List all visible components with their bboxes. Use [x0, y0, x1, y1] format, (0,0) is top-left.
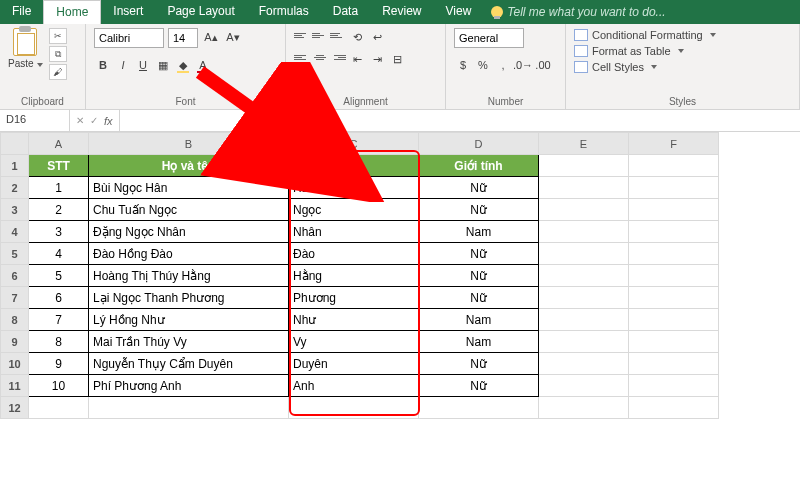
align-middle-button[interactable] [312, 28, 328, 42]
row-header[interactable]: 11 [1, 375, 29, 397]
cell[interactable] [539, 287, 629, 309]
name-box[interactable]: D16 [0, 110, 70, 131]
cell[interactable]: 7 [29, 309, 89, 331]
row-header[interactable]: 10 [1, 353, 29, 375]
decrease-indent-button[interactable]: ⇤ [348, 50, 366, 68]
cell[interactable]: 4 [29, 243, 89, 265]
cell[interactable]: Phương [289, 287, 419, 309]
cell[interactable] [629, 353, 719, 375]
align-top-button[interactable] [294, 28, 310, 42]
enter-formula-icon[interactable]: ✓ [90, 115, 98, 126]
cell[interactable] [539, 243, 629, 265]
select-all-corner[interactable] [1, 133, 29, 155]
col-header[interactable]: F [629, 133, 719, 155]
italic-button[interactable]: I [114, 56, 132, 74]
font-color-button[interactable]: A [194, 56, 212, 74]
cell[interactable]: Nữ [419, 177, 539, 199]
row-header[interactable]: 12 [1, 397, 29, 419]
cell[interactable]: Duyên [289, 353, 419, 375]
cell[interactable] [539, 353, 629, 375]
fill-color-button[interactable]: ◆ [174, 56, 192, 74]
cell[interactable]: Anh [289, 375, 419, 397]
tab-view[interactable]: View [434, 0, 484, 24]
cell[interactable] [539, 155, 629, 177]
row-header[interactable]: 1 [1, 155, 29, 177]
cell[interactable] [539, 375, 629, 397]
cell[interactable]: Vy [289, 331, 419, 353]
cell[interactable] [629, 243, 719, 265]
cell[interactable]: Ngọc [289, 199, 419, 221]
cell[interactable] [629, 199, 719, 221]
format-painter-button[interactable]: 🖌 [49, 64, 67, 80]
cell[interactable]: 3 [29, 221, 89, 243]
cancel-formula-icon[interactable]: ✕ [76, 115, 84, 126]
tab-page-layout[interactable]: Page Layout [155, 0, 246, 24]
decrease-font-button[interactable]: A▾ [224, 28, 242, 46]
tab-home[interactable]: Home [43, 0, 101, 24]
cell[interactable]: Nữ [419, 375, 539, 397]
cell[interactable]: Bùi Ngọc Hân [89, 177, 289, 199]
cell[interactable] [629, 287, 719, 309]
cell[interactable]: Nam [419, 331, 539, 353]
cell[interactable]: Hân [289, 177, 419, 199]
cell[interactable]: 6 [29, 287, 89, 309]
paste-button[interactable]: Paste [8, 28, 43, 69]
increase-indent-button[interactable]: ⇥ [368, 50, 386, 68]
align-left-button[interactable] [294, 50, 310, 64]
cell[interactable] [629, 155, 719, 177]
cell[interactable]: Nữ [419, 287, 539, 309]
row-header[interactable]: 5 [1, 243, 29, 265]
tab-data[interactable]: Data [321, 0, 370, 24]
row-header[interactable]: 7 [1, 287, 29, 309]
bold-button[interactable]: B [94, 56, 112, 74]
cell[interactable]: Chu Tuấn Ngọc [89, 199, 289, 221]
comma-format-button[interactable]: , [494, 56, 512, 74]
cell[interactable]: Nguyễn Thụy Cẩm Duyên [89, 353, 289, 375]
cell[interactable] [419, 397, 539, 419]
cell[interactable] [539, 199, 629, 221]
cell[interactable]: 2 [29, 199, 89, 221]
cell[interactable] [539, 397, 629, 419]
cell[interactable] [539, 331, 629, 353]
cell[interactable]: Đào [289, 243, 419, 265]
accounting-format-button[interactable]: $ [454, 56, 472, 74]
font-name-select[interactable] [94, 28, 164, 48]
cell[interactable]: 9 [29, 353, 89, 375]
cell[interactable]: Lại Ngọc Thanh Phương [89, 287, 289, 309]
wrap-text-button[interactable]: ↩ [368, 28, 386, 46]
cell[interactable]: Nữ [419, 265, 539, 287]
cell[interactable]: Mai Trần Thúy Vy [89, 331, 289, 353]
cell[interactable] [629, 177, 719, 199]
cell[interactable] [629, 221, 719, 243]
number-format-select[interactable] [454, 28, 524, 48]
cell[interactable]: Giới tính [419, 155, 539, 177]
conditional-formatting-button[interactable]: Conditional Formatting [574, 28, 716, 42]
row-header[interactable]: 8 [1, 309, 29, 331]
row-header[interactable]: 4 [1, 221, 29, 243]
tab-file[interactable]: File [0, 0, 43, 24]
cell[interactable] [629, 265, 719, 287]
underline-button[interactable]: U [134, 56, 152, 74]
border-button[interactable]: ▦ [154, 56, 172, 74]
cell[interactable]: STT [29, 155, 89, 177]
row-header[interactable]: 9 [1, 331, 29, 353]
cell[interactable]: 1 [29, 177, 89, 199]
tab-review[interactable]: Review [370, 0, 433, 24]
col-header[interactable]: B [89, 133, 289, 155]
cell[interactable]: Hằng [289, 265, 419, 287]
align-bottom-button[interactable] [330, 28, 346, 42]
cell-styles-button[interactable]: Cell Styles [574, 60, 657, 74]
cell[interactable]: Nam [419, 221, 539, 243]
cell[interactable]: Nữ [419, 199, 539, 221]
cell[interactable] [539, 177, 629, 199]
orientation-button[interactable]: ⟲ [348, 28, 366, 46]
cell[interactable] [289, 397, 419, 419]
merge-button[interactable]: ⊟ [388, 50, 406, 68]
cell[interactable] [629, 375, 719, 397]
cell[interactable]: Nữ [419, 353, 539, 375]
cell[interactable] [29, 397, 89, 419]
align-center-button[interactable] [312, 50, 328, 64]
tab-insert[interactable]: Insert [101, 0, 155, 24]
cell[interactable]: 8 [29, 331, 89, 353]
cell[interactable]: Hoàng Thị Thúy Hằng [89, 265, 289, 287]
